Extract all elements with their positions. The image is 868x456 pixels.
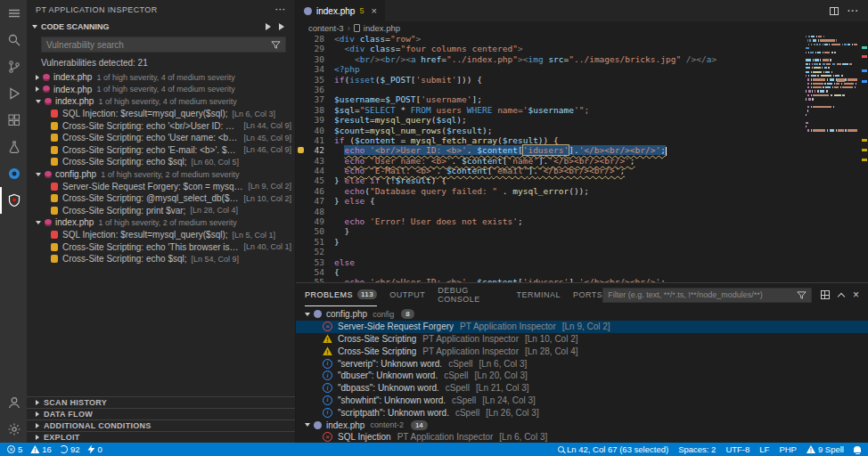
settings-icon[interactable]: [0, 416, 27, 443]
problem-row[interactable]: "showhint": Unknown word.cSpell[Ln 24, C…: [296, 395, 868, 407]
minimap[interactable]: [806, 36, 857, 134]
code-line[interactable]: 50 }: [296, 226, 868, 236]
section-exploit[interactable]: EXPLOIT: [27, 431, 295, 443]
table-view-icon[interactable]: [821, 290, 830, 299]
code-line[interactable]: 43 echo 'User name: <b>'. $content['name…: [296, 156, 868, 166]
filter-icon[interactable]: [271, 40, 281, 50]
vulnerability-search-input[interactable]: [46, 40, 267, 50]
code-line[interactable]: 37$username=$_POST['username'];: [296, 94, 868, 104]
split-editor-icon[interactable]: [830, 7, 839, 15]
code-line[interactable]: 53else: [296, 257, 868, 267]
status-language-mode[interactable]: PHP: [779, 444, 797, 454]
vulnerability-item-row[interactable]: Cross-Site Scripting: echo $sql;[Ln 60, …: [27, 156, 295, 168]
code-line[interactable]: 39$result=mysql_query($sql);: [296, 115, 868, 125]
problems-file-group[interactable]: index.phpcontent-214: [296, 419, 868, 431]
status-warnings[interactable]: 16: [30, 444, 52, 454]
code-line[interactable]: 48: [296, 207, 868, 216]
account-icon[interactable]: [0, 389, 27, 416]
problem-row[interactable]: "dbuser": Unknown word.cSpell[Ln 20, Col…: [296, 370, 868, 382]
status-encoding[interactable]: UTF-8: [725, 444, 749, 454]
close-icon[interactable]: ×: [371, 6, 376, 16]
section-scan-history[interactable]: SCAN HISTORY: [27, 396, 295, 408]
vulnerability-item-row[interactable]: Cross-Site Scripting: echo 'This browser…: [27, 240, 295, 253]
code-line[interactable]: 40$count=mysql_num_rows($result);: [296, 126, 868, 135]
breadcrumb-folder[interactable]: content-3: [308, 23, 344, 33]
code-line[interactable]: 44 echo 'E-Mail: <b>'. $content['email']…: [296, 166, 868, 175]
code-line[interactable]: 38$sql="SELECT * FROM users WHERE name='…: [296, 105, 868, 115]
code-line[interactable]: 54{: [296, 267, 868, 277]
vulnerability-item-row[interactable]: Cross-Site Scripting: echo '<br/>User ID…: [27, 119, 295, 132]
chevron-up-icon[interactable]: [839, 291, 844, 299]
code-line[interactable]: 34<?php: [296, 64, 868, 74]
pt-inspector-icon[interactable]: [0, 187, 27, 214]
play-icon[interactable]: [266, 23, 271, 30]
testing-icon[interactable]: [0, 134, 27, 160]
problem-row[interactable]: SQL InjectionPT Application Inspector[Ln…: [296, 431, 868, 443]
vulnerability-file-row[interactable]: index.php1 of high severity, 4 of medium…: [27, 95, 295, 108]
code-line[interactable]: 35if(isset($_POST['submit'])) {: [296, 75, 868, 85]
breadcrumb[interactable]: content-3 › index.php: [296, 21, 868, 34]
filter-icon[interactable]: [797, 290, 807, 300]
status-sync-count[interactable]: 92: [60, 444, 80, 454]
code-line[interactable]: 30 <br/><br/><a href="../index.php"><img…: [296, 54, 868, 64]
code-line[interactable]: 36: [296, 85, 868, 94]
code-line[interactable]: 28<div class="row">: [296, 34, 868, 44]
vulnerability-file-row[interactable]: config.php1 of high severity, 2 of mediu…: [27, 168, 295, 181]
section-additional-conditions[interactable]: ADDITIONAL CONDITIONS: [27, 419, 295, 431]
code-scanning-section-header[interactable]: CODE SCANNING: [27, 20, 295, 34]
problem-row[interactable]: Cross-Site ScriptingPT Application Inspe…: [296, 345, 868, 357]
vulnerability-item-row[interactable]: SQL Injection: $result=mysql_query($sql)…: [27, 229, 295, 241]
more-actions-icon[interactable]: ···: [275, 5, 286, 14]
code-line[interactable]: 41if ($content = mysql_fetch_array($resu…: [296, 135, 868, 145]
status-eol[interactable]: LF: [759, 444, 769, 454]
problems-filter-input[interactable]: [608, 290, 793, 299]
code-line[interactable]: 49 echo 'Error! User does not exists';: [296, 216, 868, 226]
problems-file-group[interactable]: config.phpconfig8: [296, 308, 868, 321]
pt-extension-icon[interactable]: [0, 160, 27, 187]
panel-tab-output[interactable]: OUTPUT: [389, 283, 425, 306]
problem-row[interactable]: Cross-Site ScriptingPT Application Inspe…: [296, 333, 868, 346]
vulnerability-file-row[interactable]: index.php1 of high severity, 4 of medium…: [27, 71, 295, 84]
vulnerability-file-row[interactable]: index.php1 of high severity, 2 of medium…: [27, 216, 295, 229]
problem-row[interactable]: "scriptpath": Unknown word.cSpell[Ln 26,…: [296, 406, 868, 419]
close-icon[interactable]: ×: [853, 289, 859, 300]
code-line[interactable]: 47} else {: [296, 196, 868, 206]
code-line[interactable]: 29 <div class="four columns centered">: [296, 44, 868, 53]
problem-row[interactable]: "dbpass": Unknown word.cSpell[Ln 21, Col…: [296, 382, 868, 395]
panel-tab-terminal[interactable]: TERMINAL: [516, 283, 561, 306]
status-errors[interactable]: 5: [7, 444, 22, 454]
status-spell-checker[interactable]: 9 Spell: [807, 444, 844, 454]
status-notifications[interactable]: [854, 446, 861, 452]
section-data-flow[interactable]: DATA FLOW: [27, 408, 295, 419]
vulnerability-item-row[interactable]: SQL Injection: $result=mysql_query($sql)…: [27, 108, 295, 120]
more-actions-icon[interactable]: ···: [848, 6, 859, 16]
breadcrumb-file[interactable]: index.php: [364, 23, 400, 33]
problem-row[interactable]: "serverip": Unknown word.cSpell[Ln 6, Co…: [296, 357, 868, 370]
play-all-icon[interactable]: [279, 23, 284, 30]
vulnerability-item-row[interactable]: Cross-Site Scripting: print $var;[Ln 28,…: [27, 205, 295, 217]
run-debug-icon[interactable]: [0, 80, 27, 107]
extensions-icon[interactable]: [0, 107, 27, 134]
code-line[interactable]: 46 echo("Database query failed: " . mysq…: [296, 186, 868, 196]
vulnerability-item-row[interactable]: Cross-Site Scripting: echo 'E-mail: <b>'…: [27, 144, 295, 157]
source-control-icon[interactable]: [0, 53, 27, 80]
vulnerability-item-row[interactable]: Cross-Site Scripting: echo $sql;[Ln 54, …: [27, 253, 295, 265]
code-line[interactable]: 42 echo '<br/>User ID: <b>'. $content['i…: [296, 145, 868, 155]
status-cursor-position[interactable]: Ln 42, Col 67 (63 selected): [558, 444, 668, 454]
panel-tab-problems[interactable]: PROBLEMS113: [305, 283, 377, 306]
problem-row[interactable]: Server-Side Request ForgeryPT Applicatio…: [296, 321, 868, 333]
code-line[interactable]: 55 echo '<br/>User ID: <b>'. $content['i…: [296, 277, 868, 282]
vulnerability-item-row[interactable]: Cross-Site Scripting: @mysql_select_db($…: [27, 192, 295, 205]
code-line[interactable]: 52: [296, 247, 868, 256]
status-indentation[interactable]: Spaces: 2: [678, 444, 716, 454]
panel-tab-debug-console[interactable]: DEBUG CONSOLE: [438, 283, 504, 306]
status-zap-count[interactable]: 0: [87, 444, 102, 454]
tab-index-php[interactable]: index.php 5 ×: [296, 0, 386, 21]
code-editor[interactable]: 28<div class="row">29 <div class="four c…: [296, 34, 868, 282]
vulnerability-file-row[interactable]: index.php1 of high severity, 4 of medium…: [27, 84, 295, 96]
code-line[interactable]: 45} else if (!$result) {: [296, 175, 868, 185]
vulnerability-item-row[interactable]: Cross-Site Scripting: echo 'User name: <…: [27, 132, 295, 144]
menu-icon[interactable]: [0, 0, 27, 27]
search-icon[interactable]: [0, 27, 27, 53]
vulnerability-item-row[interactable]: Server-Side Request Forgery: $con = mysq…: [27, 180, 295, 192]
